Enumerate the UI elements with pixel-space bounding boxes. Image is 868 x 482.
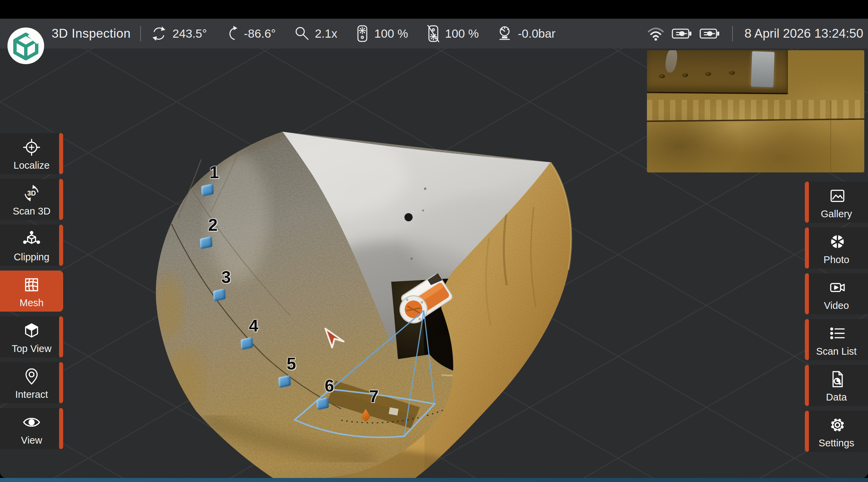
tilt-rotation-icon bbox=[225, 25, 239, 42]
rear-light-value: 100 % bbox=[445, 27, 479, 40]
sidebar-item-photo[interactable]: Photo bbox=[805, 227, 868, 268]
front-light-value: 100 % bbox=[374, 27, 408, 40]
view-eye-icon bbox=[0, 413, 63, 432]
localize-target-icon bbox=[0, 138, 63, 157]
live-camera-preview[interactable] bbox=[647, 50, 864, 172]
scan-list-icon bbox=[805, 324, 868, 343]
sidebar-item-label: Data bbox=[826, 392, 847, 403]
front-light-indicator: 100 % bbox=[356, 25, 408, 42]
sidebar-item-label: View bbox=[21, 435, 42, 446]
rotation-value: 243.5° bbox=[173, 27, 207, 40]
sidebar-item-scan-list[interactable]: Scan List bbox=[805, 319, 868, 360]
accent-strip bbox=[59, 362, 63, 403]
rotation-indicator: 243.5° bbox=[150, 26, 207, 41]
sidebar-item-label: Localize bbox=[14, 160, 50, 171]
light-on-icon bbox=[356, 25, 369, 42]
rear-light-indicator: 100 % bbox=[427, 25, 479, 42]
magnifier-icon bbox=[294, 26, 310, 41]
accent-strip bbox=[805, 319, 809, 360]
sidebar-item-label: Top View bbox=[12, 343, 51, 354]
photo-aperture-icon bbox=[805, 232, 868, 251]
accent-strip bbox=[805, 182, 809, 223]
sidebar-item-label: Settings bbox=[819, 438, 854, 449]
tilt-value: -86.6° bbox=[244, 27, 276, 40]
pressure-indicator: -0.0bar bbox=[497, 25, 556, 42]
accent-strip bbox=[59, 408, 63, 449]
separator bbox=[732, 26, 733, 41]
sidebar-item-view[interactable]: View bbox=[0, 408, 63, 449]
light-off-icon bbox=[427, 25, 440, 42]
app-logo bbox=[7, 27, 45, 65]
top-view-cube-icon bbox=[0, 321, 63, 340]
sidebar-item-interact[interactable]: Interact bbox=[0, 362, 63, 403]
sidebar-item-mesh[interactable]: Mesh bbox=[0, 271, 63, 312]
sync-rotation-icon bbox=[150, 26, 167, 41]
mesh-grid-icon bbox=[0, 275, 63, 294]
sidebar-item-video[interactable]: Video bbox=[805, 273, 868, 314]
svg-text:3D: 3D bbox=[27, 189, 36, 197]
sidebar-item-localize[interactable]: Localize bbox=[0, 133, 63, 174]
settings-gear-icon bbox=[805, 415, 868, 434]
separator bbox=[140, 26, 141, 41]
accent-strip bbox=[59, 179, 63, 220]
gallery-image-icon bbox=[805, 186, 868, 205]
accent-strip bbox=[59, 316, 63, 357]
sidebar-item-clipping[interactable]: Clipping bbox=[0, 225, 63, 266]
accent-strip bbox=[805, 273, 809, 314]
sidebar-item-label: Gallery bbox=[821, 208, 852, 220]
sidebar-item-scan-3d[interactable]: 3D Scan 3D bbox=[0, 179, 63, 220]
pressure-gauge-icon bbox=[497, 25, 513, 42]
scan-3d-rotate-icon: 3D bbox=[0, 184, 63, 203]
sidebar-item-settings[interactable]: Settings bbox=[805, 411, 868, 452]
sidebar-item-gallery[interactable]: Gallery bbox=[805, 182, 868, 223]
sidebar-item-label: Mesh bbox=[20, 297, 44, 309]
wifi-icon bbox=[647, 26, 665, 41]
battery-charging-icon bbox=[700, 27, 721, 40]
camera-noise-overlay bbox=[647, 50, 864, 172]
accent-strip bbox=[805, 411, 809, 452]
sidebar-item-label: Clipping bbox=[14, 252, 50, 263]
page-title: 3D Inspection bbox=[52, 26, 131, 41]
left-toolbar: Localize 3D Scan 3D Clipping bbox=[0, 133, 63, 449]
mouse-cursor-arrow bbox=[323, 327, 348, 354]
datetime: 8 April 2026 13:24:50 bbox=[744, 26, 863, 41]
sidebar-item-label: Photo bbox=[824, 254, 849, 265]
battery-charging-icon bbox=[672, 27, 693, 40]
accent-strip bbox=[59, 133, 63, 174]
sidebar-item-top-view[interactable]: Top View bbox=[0, 316, 63, 357]
top-status-bar: 3D Inspection 243.5° -86.6° 2.1x bbox=[0, 19, 868, 49]
sidebar-item-data[interactable]: Data bbox=[805, 365, 868, 406]
pressure-value: -0.0bar bbox=[518, 27, 556, 40]
data-report-icon bbox=[805, 370, 868, 389]
tilt-indicator: -86.6° bbox=[225, 25, 276, 42]
sidebar-item-label: Interact bbox=[15, 389, 48, 400]
video-camera-icon bbox=[805, 278, 868, 297]
bottom-accent-bar bbox=[0, 478, 868, 482]
zoom-indicator: 2.1x bbox=[294, 26, 337, 41]
accent-strip bbox=[59, 225, 63, 266]
accent-strip bbox=[805, 227, 809, 268]
accent-strip bbox=[805, 365, 809, 406]
clipping-cube-icon bbox=[0, 229, 63, 248]
right-toolbar: Gallery Photo Video bbox=[805, 182, 868, 452]
sidebar-item-label: Scan List bbox=[816, 346, 856, 357]
sidebar-item-label: Scan 3D bbox=[13, 206, 50, 217]
zoom-value: 2.1x bbox=[315, 27, 337, 40]
sidebar-item-label: Video bbox=[824, 300, 849, 311]
interact-pin-icon bbox=[0, 367, 63, 386]
surface-hole-dot bbox=[404, 213, 413, 221]
